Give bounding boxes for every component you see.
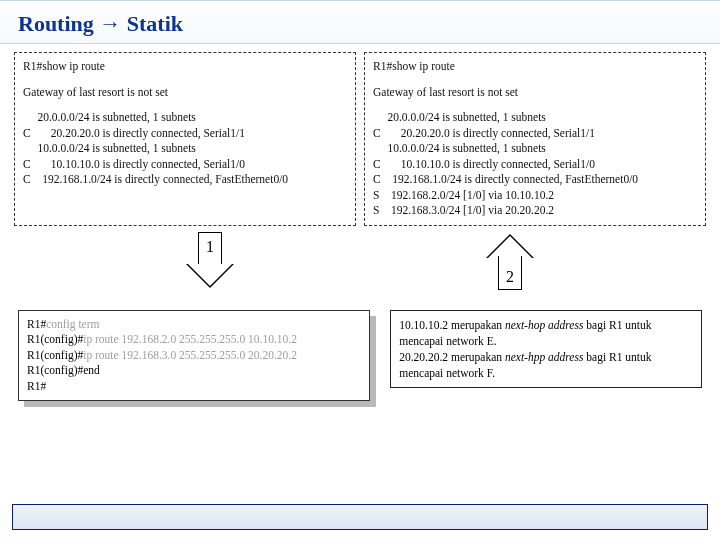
config-line: R1# xyxy=(27,379,361,395)
page-header: Routing → Statik xyxy=(0,0,720,44)
route-line: S 192.168.2.0/24 [1/0] via 10.10.10.2 xyxy=(373,188,697,204)
gateway-line: Gateway of last resort is not set xyxy=(373,85,697,101)
note-line: 10.10.10.2 merupakan next-hop address ba… xyxy=(399,317,693,349)
step-label-2: 2 xyxy=(486,268,534,286)
bottom-row: R1#config term R1(config)#ip route 192.1… xyxy=(0,302,720,402)
step-label-1: 1 xyxy=(186,238,234,256)
down-arrow-icon: 1 xyxy=(186,232,234,290)
cmd-line: R1#show ip route xyxy=(23,59,347,75)
config-box: R1#config term R1(config)#ip route 192.1… xyxy=(18,310,370,402)
route-panel-before: R1#show ip route Gateway of last resort … xyxy=(14,52,356,226)
route-line: 10.0.0.0/24 is subnetted, 1 subnets xyxy=(23,141,347,157)
route-line: 10.0.0.0/24 is subnetted, 1 subnets xyxy=(373,141,697,157)
config-line: R1(config)#ip route 192.168.3.0 255.255.… xyxy=(27,348,361,364)
config-line: R1(config)#end xyxy=(27,363,361,379)
note-box: 10.10.10.2 merupakan next-hop address ba… xyxy=(390,310,702,388)
note-line: 20.20.20.2 merupakan next-hpp address ba… xyxy=(399,349,693,381)
config-line: R1#config term xyxy=(27,317,361,333)
route-panel-after: R1#show ip route Gateway of last resort … xyxy=(364,52,706,226)
footer-bar xyxy=(12,504,708,530)
up-arrow-icon: 2 xyxy=(486,232,534,290)
route-line: C 20.20.20.0 is directly connected, Seri… xyxy=(373,126,697,142)
route-line: S 192.168.3.0/24 [1/0] via 20.20.20.2 xyxy=(373,203,697,219)
gateway-line: Gateway of last resort is not set xyxy=(23,85,347,101)
route-line: C 10.10.10.0 is directly connected, Seri… xyxy=(373,157,697,173)
route-line: 20.0.0.0/24 is subnetted, 1 subnets xyxy=(373,110,697,126)
page-title: Routing → Statik xyxy=(18,11,702,37)
config-line: R1(config)#ip route 192.168.2.0 255.255.… xyxy=(27,332,361,348)
arrows-row: 1 2 xyxy=(0,232,720,302)
route-line: C 192.168.1.0/24 is directly connected, … xyxy=(23,172,347,188)
route-line: C 20.20.20.0 is directly connected, Seri… xyxy=(23,126,347,142)
route-line: C 10.10.10.0 is directly connected, Seri… xyxy=(23,157,347,173)
route-panels: R1#show ip route Gateway of last resort … xyxy=(0,44,720,226)
route-line: 20.0.0.0/24 is subnetted, 1 subnets xyxy=(23,110,347,126)
route-line: C 192.168.1.0/24 is directly connected, … xyxy=(373,172,697,188)
cmd-line: R1#show ip route xyxy=(373,59,697,75)
